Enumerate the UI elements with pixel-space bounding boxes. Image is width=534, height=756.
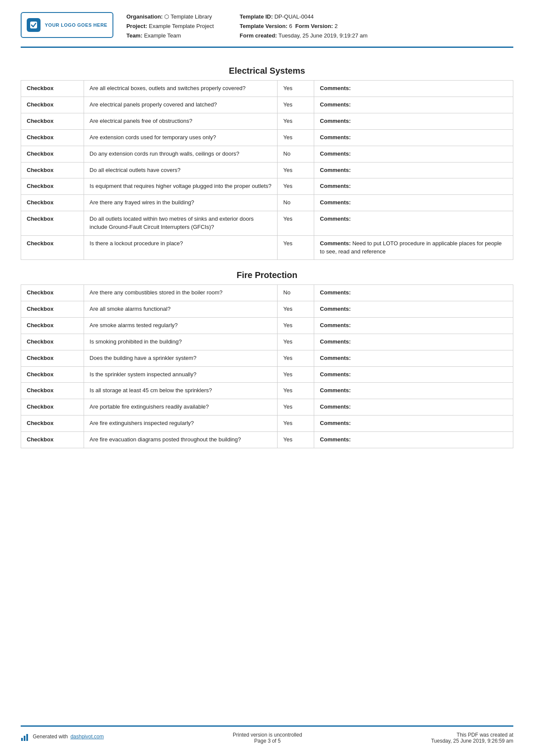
inspection-table-0: CheckboxAre all electrical boxes, outlet…	[21, 80, 513, 260]
header-meta-left: Organisation: ⬡ Template Library Project…	[126, 12, 214, 41]
checkbox-cell: Checkbox	[21, 162, 84, 178]
comments-cell: Comments:	[314, 399, 513, 415]
footer-center-line1: Printed version is uncontrolled	[233, 732, 302, 738]
question-cell: Is there a lockout procedure in place?	[84, 235, 278, 260]
form-version-label: Form Version:	[295, 23, 333, 29]
table-row: CheckboxAre electrical panels free of ob…	[21, 113, 513, 129]
checkbox-cell: Checkbox	[21, 113, 84, 129]
checkbox-cell: Checkbox	[21, 81, 84, 97]
comments-label: Comments:	[320, 199, 351, 206]
comments-cell: Comments:	[314, 432, 513, 448]
comments-label: Comments:	[320, 85, 351, 91]
table-row: CheckboxDoes the building have a sprinkl…	[21, 350, 513, 366]
checkbox-cell: Checkbox	[21, 211, 84, 236]
comments-cell: Comments:	[314, 178, 513, 195]
checkbox-cell: Checkbox	[21, 399, 84, 415]
team-label: Team:	[126, 32, 142, 39]
checkbox-cell: Checkbox	[21, 146, 84, 162]
table-row: CheckboxIs smoking prohibited in the bui…	[21, 334, 513, 350]
footer-right-line1: This PDF was created at	[431, 732, 513, 738]
footer: Generated with dashpivot.com Printed ver…	[21, 725, 513, 744]
comments-label: Comments:	[320, 167, 351, 173]
footer-left: Generated with dashpivot.com	[21, 732, 104, 741]
answer-cell: Yes	[278, 383, 314, 399]
answer-cell: Yes	[278, 432, 314, 448]
table-row: CheckboxIs all storage at least 45 cm be…	[21, 383, 513, 399]
answer-cell: Yes	[278, 350, 314, 366]
comments-label: Comments:	[320, 338, 351, 345]
table-row: CheckboxAre electrical panels properly c…	[21, 97, 513, 113]
checkbox-cell: Checkbox	[21, 415, 84, 432]
generated-text: Generated with	[33, 734, 68, 740]
comments-cell: Comments:	[314, 211, 513, 236]
question-cell: Are smoke alarms tested regularly?	[84, 318, 278, 334]
logo-box: YOUR LOGO GOES HERE	[21, 12, 113, 38]
project-value: Example Template Project	[149, 23, 214, 29]
footer-center-line2: Page 3 of 5	[233, 738, 302, 744]
dashpivot-link[interactable]: dashpivot.com	[70, 734, 103, 740]
svg-rect-1	[21, 738, 23, 741]
checkbox-cell: Checkbox	[21, 235, 84, 260]
answer-cell: No	[278, 146, 314, 162]
comments-label: Comments:	[320, 371, 351, 378]
comments-label: Comments:	[320, 216, 351, 222]
checkbox-cell: Checkbox	[21, 195, 84, 211]
footer-center: Printed version is uncontrolled Page 3 o…	[233, 732, 302, 744]
project-label: Project:	[126, 23, 147, 29]
comments-cell: Comments:	[314, 350, 513, 366]
table-row: CheckboxAre extension cords used for tem…	[21, 129, 513, 146]
template-id-value: DP-QUAL-0044	[275, 13, 314, 20]
question-cell: Does the building have a sprinkler syste…	[84, 350, 278, 366]
comments-label: Comments:	[320, 322, 351, 328]
svg-rect-2	[24, 736, 25, 741]
comments-label: Comments:	[320, 101, 351, 108]
answer-cell: Yes	[278, 81, 314, 97]
answer-cell: Yes	[278, 211, 314, 236]
question-cell: Are extension cords used for temporary u…	[84, 129, 278, 146]
template-id-label: Template ID:	[240, 13, 273, 20]
table-row: CheckboxAre portable fire extinguishers …	[21, 399, 513, 415]
template-version-value: 6	[289, 23, 292, 29]
checkbox-cell: Checkbox	[21, 129, 84, 146]
comments-cell: Comments:	[314, 162, 513, 178]
question-cell: Is all storage at least 45 cm below the …	[84, 383, 278, 399]
table-row: CheckboxAre fire evacuation diagrams pos…	[21, 432, 513, 448]
comments-label: Comments:	[320, 240, 351, 247]
dashpivot-icon	[21, 732, 30, 741]
comments-label: Comments:	[320, 436, 351, 443]
comments-label: Comments:	[320, 150, 351, 157]
form-created-label: Form created:	[240, 32, 277, 39]
comments-cell: Comments:	[314, 285, 513, 301]
answer-cell: Yes	[278, 178, 314, 195]
header: YOUR LOGO GOES HERE Organisation: ⬡ Temp…	[21, 12, 513, 48]
inspection-table-1: CheckboxAre there any combustibles store…	[21, 284, 513, 448]
checkbox-cell: Checkbox	[21, 432, 84, 448]
comments-label: Comments:	[320, 403, 351, 410]
question-cell: Do any extension cords run through walls…	[84, 146, 278, 162]
answer-cell: Yes	[278, 97, 314, 113]
org-label: Organisation:	[126, 13, 163, 20]
comments-cell: Comments:	[314, 383, 513, 399]
table-row: CheckboxAre all smoke alarms functional?…	[21, 301, 513, 318]
comments-cell: Comments:	[314, 129, 513, 146]
table-row: CheckboxAre smoke alarms tested regularl…	[21, 318, 513, 334]
table-row: CheckboxIs equipment that requires highe…	[21, 178, 513, 195]
answer-cell: Yes	[278, 318, 314, 334]
checkbox-cell: Checkbox	[21, 366, 84, 383]
comments-cell: Comments:	[314, 334, 513, 350]
comments-label: Comments:	[320, 420, 351, 426]
table-row: CheckboxDo all outlets located within tw…	[21, 211, 513, 236]
comments-cell: Comments:	[314, 318, 513, 334]
table-row: CheckboxDo all electrical outlets have c…	[21, 162, 513, 178]
question-cell: Is smoking prohibited in the building?	[84, 334, 278, 350]
checkbox-cell: Checkbox	[21, 178, 84, 195]
answer-cell: Yes	[278, 162, 314, 178]
answer-cell: Yes	[278, 129, 314, 146]
question-cell: Are fire evacuation diagrams posted thro…	[84, 432, 278, 448]
logo-icon	[27, 18, 41, 32]
question-cell: Are all smoke alarms functional?	[84, 301, 278, 318]
header-meta: Organisation: ⬡ Template Library Project…	[126, 12, 513, 41]
answer-cell: No	[278, 285, 314, 301]
table-row: CheckboxAre there any frayed wires in th…	[21, 195, 513, 211]
team-value: Example Team	[144, 32, 181, 39]
